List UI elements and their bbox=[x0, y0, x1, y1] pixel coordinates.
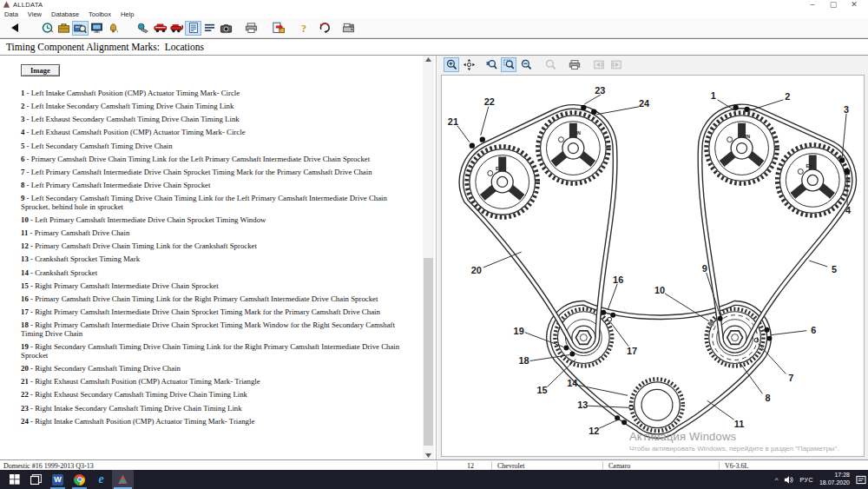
tray-expand-chevron[interactable]: ^ bbox=[775, 476, 779, 484]
zoom-dynamic-icon[interactable] bbox=[483, 57, 499, 72]
window-controls: – ▢ ✕ bbox=[802, 0, 865, 10]
article-pane: Image 1 - Left Intake Camshaft Position … bbox=[0, 56, 437, 459]
callout-5: 5 bbox=[809, 261, 837, 274]
wheel-label: EX bbox=[496, 167, 503, 172]
status-source: Domestic #16 1999-2013 Q3-13 bbox=[3, 462, 94, 470]
list-icon[interactable] bbox=[201, 21, 218, 36]
status-model: Camaro bbox=[608, 462, 630, 470]
status-make: Chevrolet bbox=[497, 462, 525, 470]
briefcase-icon[interactable] bbox=[56, 21, 72, 36]
crankshaft-sprocket bbox=[631, 379, 683, 431]
alldata-logo-icon bbox=[3, 1, 10, 9]
language-indicator[interactable]: РУС bbox=[799, 477, 813, 483]
list-item: 8 - Left Primary Camshaft Intermediate D… bbox=[21, 182, 401, 190]
svg-text:1: 1 bbox=[711, 90, 716, 101]
svg-text:4: 4 bbox=[845, 205, 852, 215]
prev-image-icon bbox=[591, 57, 607, 72]
taskbar: W e ^ РУС 17:28 18.07.2020 bbox=[0, 470, 868, 489]
wheel-label: EX bbox=[806, 163, 813, 169]
svg-text:13: 13 bbox=[577, 400, 588, 410]
svg-text:15: 15 bbox=[536, 385, 547, 395]
svg-text:12: 12 bbox=[589, 426, 599, 436]
callout-19: 19 bbox=[514, 326, 564, 347]
car-tow-icon[interactable] bbox=[168, 21, 185, 36]
internet-explorer-taskbar-icon[interactable]: e bbox=[90, 470, 112, 489]
scroll-up-icon[interactable] bbox=[423, 56, 434, 63]
start-button[interactable] bbox=[3, 470, 25, 489]
callout-17: 17 bbox=[610, 322, 637, 356]
list-item: 14 - Crankshaft Sprocket bbox=[21, 269, 401, 278]
callout-14: 14 bbox=[567, 378, 628, 395]
zoom-window-icon[interactable] bbox=[501, 57, 516, 72]
maximize-button[interactable]: ▢ bbox=[823, 0, 844, 10]
list-item: 16 - Primary Camshaft Drive Chain Timing… bbox=[21, 295, 401, 304]
diagram-canvas[interactable]: EX IN IN EX bbox=[441, 75, 865, 457]
list-item: 22 - Right Exhaust Secondary Camshaft Ti… bbox=[21, 391, 401, 400]
list-item: 18 - Right Primary Camshaft Intermediate… bbox=[21, 321, 401, 339]
right-exhaust-cam-sprocket bbox=[777, 145, 848, 216]
list-item: 7 - Left Primary Camshaft Intermediate D… bbox=[21, 169, 401, 177]
list-item: 11 - Primary Camshaft Drive Chain bbox=[21, 229, 401, 238]
svg-text:?: ? bbox=[301, 23, 306, 35]
image-button[interactable]: Image bbox=[21, 64, 60, 76]
close-button[interactable]: ✕ bbox=[844, 0, 865, 10]
status-count: 12 bbox=[467, 462, 474, 470]
right-intake-cam-sprocket bbox=[707, 113, 778, 184]
svg-text:24: 24 bbox=[639, 98, 650, 109]
minimize-button[interactable]: – bbox=[802, 0, 823, 10]
word-taskbar-icon[interactable]: W bbox=[47, 470, 69, 489]
service-hand-icon[interactable] bbox=[135, 21, 152, 36]
car-red-icon[interactable] bbox=[152, 21, 168, 36]
vehicle-search-icon[interactable] bbox=[72, 21, 89, 36]
image-toolbar bbox=[437, 56, 868, 74]
chrome-taskbar-icon[interactable] bbox=[69, 470, 90, 489]
page-title: Timing Component Alignment Marks: Locati… bbox=[0, 42, 204, 52]
left-scrollbar[interactable] bbox=[423, 56, 434, 459]
pan-icon[interactable] bbox=[461, 57, 477, 72]
timing-diagram: EX IN IN EX bbox=[442, 76, 864, 456]
wheel-label: IN bbox=[576, 130, 582, 135]
main-toolbar: ? bbox=[0, 18, 868, 38]
menu-view[interactable]: View bbox=[28, 10, 42, 18]
zoom-in-icon[interactable] bbox=[444, 57, 459, 72]
svg-text:21: 21 bbox=[448, 116, 458, 127]
menu-database[interactable]: Database bbox=[51, 10, 79, 18]
clock[interactable]: 17:28 18.07.2020 bbox=[819, 472, 850, 487]
menu-toolbox[interactable]: Toolbox bbox=[89, 10, 111, 18]
back-button[interactable] bbox=[7, 21, 23, 36]
help-icon[interactable]: ? bbox=[295, 21, 312, 36]
page-header: Timing Component Alignment Marks: Locati… bbox=[0, 38, 868, 56]
alert-bell-icon[interactable] bbox=[105, 21, 122, 36]
list-item: 9 - Left Secondary Camshaft Timing Drive… bbox=[21, 195, 401, 212]
svg-text:5: 5 bbox=[832, 264, 837, 274]
zoom-out-icon[interactable] bbox=[518, 57, 534, 72]
wheel-label: IN bbox=[746, 134, 751, 139]
monitor-icon[interactable] bbox=[89, 21, 105, 36]
task-view-button[interactable] bbox=[25, 470, 47, 489]
list-item: 12 - Primary Camshaft Drive Chain Timing… bbox=[21, 242, 401, 251]
screen: ALLDATA – ▢ ✕ Data View Database Toolbox… bbox=[0, 0, 868, 489]
history-clock-icon[interactable] bbox=[39, 21, 56, 36]
svg-text:16: 16 bbox=[613, 274, 623, 285]
list-item: 3 - Left Exhaust Secondary Camshaft Timi… bbox=[21, 116, 401, 124]
notification-icon[interactable] bbox=[856, 475, 866, 485]
refresh-icon[interactable] bbox=[317, 21, 333, 36]
scrollbar-thumb[interactable] bbox=[424, 258, 433, 446]
volume-icon[interactable] bbox=[784, 475, 793, 485]
menu-data[interactable]: Data bbox=[4, 10, 18, 18]
image-pane: EX IN IN EX bbox=[437, 56, 868, 459]
menu-help[interactable]: Help bbox=[121, 10, 134, 18]
document-f8-icon[interactable] bbox=[185, 21, 201, 36]
export-doc-icon[interactable] bbox=[270, 21, 286, 36]
svg-text:8: 8 bbox=[765, 393, 770, 403]
callout-16: 16 bbox=[608, 274, 623, 310]
print-image-icon[interactable] bbox=[567, 57, 582, 72]
list-item: 17 - Right Primary Camshaft Intermediate… bbox=[21, 308, 401, 317]
svg-text:6: 6 bbox=[811, 325, 816, 335]
system-tray: ^ РУС 17:28 18.07.2020 bbox=[775, 470, 866, 489]
camera-icon[interactable] bbox=[218, 21, 234, 36]
print-icon[interactable] bbox=[243, 21, 260, 36]
fax-icon[interactable] bbox=[340, 21, 357, 36]
scroll-down-icon[interactable] bbox=[423, 452, 434, 459]
alldata-taskbar-icon[interactable] bbox=[112, 470, 134, 489]
